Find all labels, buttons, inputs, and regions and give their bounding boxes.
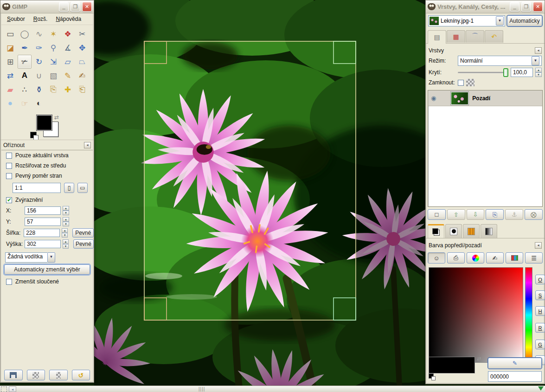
lower-layer-button[interactable]: ⇩ bbox=[467, 209, 485, 220]
chevron-down-icon[interactable]: ▼ bbox=[532, 56, 539, 65]
minimize-button[interactable]: _ bbox=[510, 2, 519, 12]
close-button[interactable]: ✕ bbox=[533, 2, 543, 12]
tool-ink[interactable]: ⚱ bbox=[32, 83, 46, 96]
checkbox-layer-only[interactable] bbox=[6, 153, 12, 159]
gimp-selector-button[interactable]: ☺ bbox=[428, 252, 445, 263]
restore-options-button[interactable] bbox=[27, 370, 45, 380]
tab-fg-bg-color[interactable] bbox=[428, 224, 444, 238]
duplicate-layer-button[interactable]: ⎘ bbox=[486, 209, 504, 220]
save-options-button[interactable] bbox=[4, 370, 23, 380]
raise-layer-button[interactable]: ⇧ bbox=[447, 209, 465, 220]
tab-gradients[interactable] bbox=[481, 224, 497, 238]
menu-napoveda[interactable]: Nápověda bbox=[52, 15, 85, 23]
pick-color-button[interactable]: ✎ bbox=[488, 358, 542, 369]
checkbox-fixed-aspect[interactable] bbox=[6, 173, 12, 179]
guides-dropdown[interactable]: Žádná vodítka ▼ bbox=[5, 252, 55, 263]
width-spinner[interactable]: ▲▼ bbox=[62, 228, 68, 238]
tool-select-by-color[interactable]: ❖ bbox=[61, 27, 75, 41]
visibility-eye-icon[interactable]: ◉ bbox=[431, 95, 436, 102]
tool-perspective-clone[interactable]: ⎗ bbox=[75, 83, 89, 96]
tool-color-picker[interactable]: ✑ bbox=[32, 41, 46, 55]
chevron-down-icon[interactable]: ▼ bbox=[496, 16, 504, 26]
channel-r-button[interactable]: R bbox=[535, 323, 545, 333]
auto-shrink-button[interactable]: Automaticky zmenšit výběr bbox=[4, 264, 90, 275]
checkbox-expand-center[interactable] bbox=[6, 163, 12, 169]
channel-o-button[interactable]: O bbox=[535, 275, 545, 284]
tool-ellipse-select[interactable]: ◯ bbox=[18, 27, 32, 41]
collapse-icon[interactable]: ◂ bbox=[84, 142, 91, 148]
layer-mode-dropdown[interactable]: Normální ▼ bbox=[458, 56, 542, 66]
quickmask-toggle[interactable] bbox=[1, 386, 7, 392]
collapse-icon[interactable]: ◂ bbox=[535, 242, 542, 249]
tool-zoom[interactable]: ⚲ bbox=[46, 41, 60, 55]
channel-h-button[interactable]: H bbox=[535, 306, 545, 316]
width-input[interactable] bbox=[24, 229, 60, 237]
tab-channels[interactable]: ▦ bbox=[447, 30, 465, 43]
checkbox-shrink-merged[interactable] bbox=[6, 279, 12, 285]
minimize-button[interactable]: _ bbox=[59, 2, 69, 12]
hue-bar[interactable] bbox=[525, 267, 532, 363]
tool-flip[interactable]: ⇄ bbox=[3, 69, 17, 83]
tool-perspective[interactable]: ⏢ bbox=[75, 55, 89, 69]
foreground-color-swatch[interactable] bbox=[37, 115, 52, 130]
aspect-ratio-input[interactable] bbox=[13, 183, 61, 193]
channel-s-button[interactable]: S bbox=[535, 290, 545, 300]
swap-colors-icon[interactable]: ⇄ bbox=[477, 356, 481, 362]
collapse-icon[interactable]: ◂ bbox=[535, 47, 542, 54]
tab-undo-history[interactable]: ↶ bbox=[485, 30, 503, 43]
tool-blur-sharpen[interactable]: ● bbox=[3, 96, 17, 110]
tool-airbrush[interactable]: ∴ bbox=[18, 83, 32, 96]
scroll-left-icon[interactable]: ◂ bbox=[9, 386, 16, 392]
delete-layer-button[interactable]: ⨂ bbox=[525, 209, 543, 220]
scales-selector-button[interactable]: ☰ bbox=[525, 252, 543, 263]
wheel-selector-button[interactable] bbox=[467, 252, 484, 263]
swap-colors-icon[interactable]: ⇄ bbox=[54, 114, 59, 121]
tool-rect-select[interactable]: ▭ bbox=[3, 27, 17, 41]
reset-options-button[interactable]: ↺ bbox=[72, 370, 90, 380]
opacity-slider-thumb[interactable] bbox=[503, 68, 508, 77]
palette-selector-button[interactable] bbox=[506, 252, 523, 263]
new-layer-button[interactable]: □ bbox=[428, 209, 446, 220]
tool-scale[interactable]: ⇲ bbox=[46, 55, 60, 69]
tab-patterns[interactable] bbox=[463, 224, 480, 238]
chevron-down-icon[interactable]: ▼ bbox=[47, 252, 55, 263]
scrollbar-grip[interactable]: |||| bbox=[199, 386, 205, 392]
default-colors-icon[interactable] bbox=[30, 132, 37, 138]
image-window-scrollbar[interactable]: ◂ |||| bbox=[0, 386, 545, 392]
default-colors-icon[interactable] bbox=[429, 373, 434, 379]
tool-text[interactable]: A bbox=[18, 69, 32, 83]
tool-free-select[interactable]: ∿ bbox=[32, 27, 46, 41]
tool-paths[interactable]: ✒ bbox=[18, 41, 32, 55]
tool-crop[interactable]: ✃ bbox=[18, 55, 32, 69]
portrait-icon[interactable]: ▯ bbox=[64, 183, 74, 193]
auto-follow-button[interactable]: Automaticky bbox=[507, 15, 542, 26]
tool-heal[interactable]: ✚ bbox=[61, 83, 75, 96]
foreground-color-swatch[interactable] bbox=[429, 357, 475, 373]
toolbox-titlebar[interactable]: GIMP _ ❐ ✕ bbox=[0, 0, 94, 13]
tool-align[interactable]: ⊞ bbox=[3, 55, 17, 69]
channel-g-button[interactable]: G bbox=[535, 340, 545, 349]
x-input[interactable] bbox=[25, 206, 61, 215]
checkbox-highlight[interactable] bbox=[6, 197, 12, 203]
tool-shear[interactable]: ▱ bbox=[61, 55, 75, 69]
image-canvas[interactable] bbox=[94, 0, 425, 386]
x-spinner[interactable]: ▲▼ bbox=[63, 206, 69, 215]
tool-foreground-select[interactable]: ◪ bbox=[3, 41, 17, 55]
cmyk-selector-button[interactable]: ⎙ bbox=[447, 252, 465, 263]
layer-row-pozadi[interactable]: ◉ Pozadí bbox=[428, 90, 542, 106]
y-spinner[interactable]: ▲▼ bbox=[63, 217, 69, 226]
tab-brushes[interactable] bbox=[445, 224, 462, 238]
y-input[interactable] bbox=[25, 218, 61, 226]
anchor-layer-button[interactable]: ⚓ bbox=[505, 209, 523, 220]
fixed-width-button[interactable]: Pevné bbox=[72, 228, 94, 238]
tool-pencil[interactable]: ✎ bbox=[61, 69, 75, 83]
tool-dodge-burn[interactable]: ◐ bbox=[32, 96, 46, 110]
tool-clone[interactable]: ⎘ bbox=[46, 83, 60, 96]
lock-checkbox[interactable] bbox=[458, 80, 464, 86]
tool-paintbrush[interactable]: ✍ bbox=[75, 69, 89, 83]
dock-titlebar[interactable]: Vrstvy, Kanály, Cesty, ... _ ❐ ✕ bbox=[426, 0, 545, 13]
maximize-button[interactable]: ❐ bbox=[71, 2, 80, 12]
opacity-value-input[interactable] bbox=[511, 68, 533, 77]
tool-scissors[interactable]: ✂ bbox=[75, 27, 89, 41]
height-spinner[interactable]: ▲▼ bbox=[63, 239, 69, 249]
